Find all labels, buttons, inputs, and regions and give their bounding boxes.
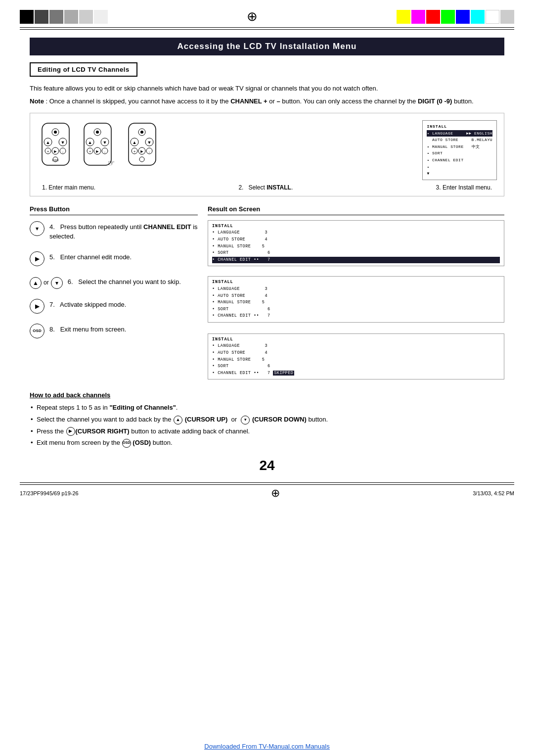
remote-icons: ▲ ▼ + - ► OSD [37,120,161,169]
page-title: Accessing the LCD TV Installation Menu [30,38,504,55]
diag-manual-store: • MANUAL STORE 中文 [427,143,492,150]
how-to-item-1: Repeat steps 1 to 5 as in "Editing of Ch… [30,403,504,413]
sp2-language: • LANGUAGE 3 [212,286,500,293]
top-lines [0,24,534,33]
osd-icon: OSD [122,439,131,448]
step4-label: 4. Press button repeatedly until CHANNEL… [49,220,198,241]
down-button-icon[interactable]: ▾ [30,221,44,236]
note-label: Note [30,97,44,105]
svg-text:►: ► [95,149,100,154]
svg-text:▲: ▲ [133,140,137,145]
instruction-step6: ▲ or ▾ 6. Select the channel you want to… [30,275,198,289]
svg-point-42 [139,157,144,162]
color-bar-left [20,10,108,24]
or-label: or [44,279,49,286]
swatch-green [441,10,455,24]
sp1-manual-store: • MANUAL STORE 5 [212,243,500,250]
diagram-step3: 3. Enter Install menu. [436,184,492,191]
press-button-header: Press Button [30,205,198,215]
diagram-install-screen: INSTALL • LANGUAGE ►► ENGLISH AUTO STORE… [422,120,497,180]
bottom-line-1 [20,482,514,483]
top-line-1 [20,27,514,28]
step7-label: 7. Activate skipped mode. [49,298,126,310]
svg-text:-: - [149,149,150,154]
diag-language-item: • LANGUAGE ►► ENGLISH [427,130,492,137]
screen-panel-1: INSTALL • LANGUAGE 3 • AUTO STORE 4 • MA… [208,220,504,267]
svg-text:▼: ▼ [103,140,107,145]
step8-label: 8. Exit menu from screen. [49,323,126,334]
svg-text:►: ► [140,149,144,154]
crosshair-top: ⊕ [108,9,397,24]
down-button-icon-6[interactable]: ▾ [51,277,63,289]
diag-screen-title: INSTALL [427,123,492,130]
svg-point-17 [96,131,99,134]
swatch-gray [49,10,63,24]
footer-right: 3/13/03, 4:52 PM [473,490,514,496]
page-number: 24 [30,458,504,473]
press-button-column: Press Button ▾ 4. Press button repeatedl… [30,205,198,385]
result-on-screen-header: Result on Screen [208,205,504,215]
section-subtitle: Editing of LCD TV Channels [30,62,137,77]
page-title-text: Accessing the LCD TV Installation Menu [178,42,357,51]
swatch-white [486,10,499,24]
sp1-language: • LANGUAGE 3 [212,230,500,236]
download-link-anchor[interactable]: Downloaded From TV-Manual.com Manuals [204,743,329,750]
cursor-up-icon: ▲ [174,416,182,425]
download-link[interactable]: Downloaded From TV-Manual.com Manuals [0,743,534,750]
svg-text:+: + [89,149,91,154]
swatch-cyan [471,10,485,24]
up-button-icon-6[interactable]: ▲ [30,277,42,289]
swatch-yellow [397,10,410,24]
diagram-step2: 2. Select INSTALL. [238,184,293,191]
swatch-lightgray [64,10,78,24]
crosshair-icon: ⊕ [247,9,258,24]
sp2-auto-store: • AUTO STORE 4 [212,293,500,300]
sp2-channel-edit: • CHANNEL EDIT •• 7 [212,313,500,320]
screen-panel-3: INSTALL • LANGUAGE 3 • AUTO STORE 4 • MA… [208,333,504,380]
color-bar-area: ⊕ [0,0,534,24]
step6-label: 6. Select the channel you want to skip. [68,275,181,287]
instructions-area: Press Button ▾ 4. Press button repeatedl… [30,205,504,385]
screen-panel-2: INSTALL • LANGUAGE 3 • AUTO STORE 4 • MA… [208,276,504,323]
svg-text:OSD: OSD [52,159,59,162]
svg-text:▼: ▼ [147,140,152,145]
osd-button-icon[interactable]: OSD [30,324,44,338]
remote-2: ▲ ▼ + - ► ☞ [79,122,119,169]
how-to-item-3: Press the ▶(CURSOR RIGHT) button to acti… [30,426,504,436]
swatch-gray2 [500,10,514,24]
diag-channel-edit: • CHANNEL EDIT [427,157,492,164]
sp3-channel-edit: • CHANNEL EDIT •• 7 SKIPPED [212,370,500,377]
skipped-badge: SKIPPED [273,371,294,376]
svg-point-2 [54,131,57,134]
sp2-sort: • SORT 6 [212,306,500,313]
sp2-title: INSTALL [212,279,500,286]
instruction-step5: ▶ 5. Enter channel edit mode. [30,250,198,266]
right-button-icon-7[interactable]: ▶ [30,299,44,314]
sp1-auto-store: • AUTO STORE 4 [212,236,500,243]
bottom-lines [0,478,534,485]
svg-text:▲: ▲ [88,140,92,145]
svg-text:-: - [104,149,106,154]
svg-text:▲: ▲ [46,140,50,145]
remote-3: ▲ ▼ + - ► [124,122,161,169]
sp1-channel-edit: • CHANNEL EDIT •• 7 [212,257,500,264]
sp3-auto-store: • AUTO STORE 4 [212,350,500,357]
how-to-item-2: Select the channel you want to add back … [30,415,504,425]
instruction-step7: ▶ 7. Activate skipped mode. [30,298,198,314]
sp3-manual-store: • MANUAL STORE 5 [212,357,500,364]
sp3-title: INSTALL [212,336,500,343]
remote-1: ▲ ▼ + - ► OSD [37,122,74,169]
right-button-icon-5[interactable]: ▶ [30,251,44,266]
sp3-language: • LANGUAGE 3 [212,343,500,350]
footer: 17/23PF9945/69 p19-26 ⊕ 3/13/03, 4:52 PM [0,485,534,502]
cursor-down-icon: ▾ [241,416,250,425]
swatch-red [426,10,440,24]
diagram-top: ▲ ▼ + - ► OSD [37,120,497,180]
diag-sort: • SORT [427,150,492,157]
sp1-title: INSTALL [212,223,500,230]
swatch-black [20,10,34,24]
footer-left: 17/23PF9945/69 p19-26 [20,490,79,496]
svg-text:-: - [62,149,64,154]
top-line-2 [20,29,514,30]
instruction-step8: OSD 8. Exit menu from screen. [30,323,198,338]
